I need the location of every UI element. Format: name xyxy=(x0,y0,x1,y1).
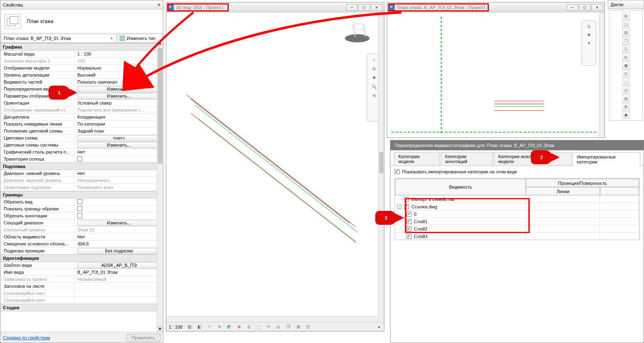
vg-tab[interactable]: Категории модели xyxy=(394,152,440,166)
group-header[interactable]: Подложка⌃ xyxy=(0,163,163,170)
property-value[interactable]: Нет xyxy=(74,233,163,240)
vg-row[interactable]: Слой3 xyxy=(395,232,639,240)
sb-icon-1[interactable]: ▥ xyxy=(187,324,193,330)
dock-tool-1[interactable]: ⊞ xyxy=(622,12,630,20)
value-button[interactable]: <нет> xyxy=(77,135,160,141)
canvas-scrollbar-h[interactable] xyxy=(166,316,378,322)
sb-icon-4[interactable]: ✺ xyxy=(216,324,222,330)
maximize-button[interactable]: ▢ xyxy=(358,4,370,11)
value-button[interactable]: Без подрезки xyxy=(77,248,160,254)
nav2d-zoom-icon[interactable]: ▾ xyxy=(586,40,592,46)
value-checkbox[interactable] xyxy=(77,213,82,218)
vg-row[interactable]: -Ссылка.dwg xyxy=(395,203,639,210)
vg-cell-visibility[interactable]: Слой1 xyxy=(395,218,526,225)
dock-tool-11[interactable]: ▥ xyxy=(622,95,630,102)
dock-tool-9[interactable]: ⬚ xyxy=(622,78,630,86)
property-value[interactable]: Изменить... xyxy=(74,86,163,92)
property-value[interactable]: Условный север xyxy=(74,100,163,106)
property-value[interactable] xyxy=(74,198,163,205)
dock-tool-6[interactable]: ⊟ xyxy=(622,54,630,61)
sb-icon-8[interactable]: ⬚ xyxy=(256,324,262,330)
dock-tool-7[interactable]: ▦ xyxy=(622,62,630,69)
vg-cell-lines[interactable] xyxy=(526,233,600,240)
pan-icon[interactable]: ✥ xyxy=(371,75,377,80)
vg-cell-visibility[interactable]: 0 xyxy=(395,210,526,217)
sb-icon-2[interactable]: ◧ xyxy=(197,324,202,330)
vg-cell-extra[interactable] xyxy=(600,210,639,217)
sb-icon-13[interactable]: ☷ xyxy=(305,324,311,330)
close-icon[interactable]: × xyxy=(157,2,160,8)
property-value[interactable] xyxy=(74,212,163,219)
sb-icon-10[interactable]: ◍ xyxy=(276,324,281,330)
value-button[interactable]: ADSK_АР_В_ПЭ xyxy=(77,262,160,268)
vg-tab[interactable]: Импортированные категории xyxy=(572,152,640,166)
property-value[interactable]: Неограниченно xyxy=(74,177,163,184)
property-value[interactable]: Изменить... xyxy=(74,219,163,226)
sb-icon-6[interactable]: ⊗ xyxy=(236,324,242,330)
vg-cell-visibility[interactable]: Импорт в семейства xyxy=(395,196,526,203)
nav2d-pan-icon[interactable]: ✥ xyxy=(586,32,592,37)
property-value[interactable]: Нормально xyxy=(74,65,163,71)
property-value[interactable]: <нет> xyxy=(74,135,163,141)
vg-cell-lines[interactable] xyxy=(526,210,600,217)
fullnav-icon[interactable]: ⌂ xyxy=(371,56,377,62)
view-plan-titlebar[interactable]: План этажа: В_АР_ПЭ_01 Этаж - Проект1 — … xyxy=(387,2,604,12)
zoom-icon[interactable]: 🔍 xyxy=(371,84,377,89)
vg-row-checkbox[interactable] xyxy=(407,219,412,224)
tree-expand-icon[interactable]: - xyxy=(398,205,402,209)
dock-tool-13[interactable]: ▣ xyxy=(622,111,630,119)
vg-show-checkbox[interactable] xyxy=(395,169,400,174)
vg-cell-lines[interactable] xyxy=(526,225,600,232)
property-value[interactable]: Изменить... xyxy=(74,142,163,148)
scrollbar-vertical[interactable]: ▴ ▾ xyxy=(157,40,163,332)
scroll-up-icon[interactable]: ▴ xyxy=(157,40,163,46)
vg-row-checkbox[interactable] xyxy=(407,212,412,217)
wheel-icon[interactable]: ◎ xyxy=(371,65,377,71)
minimize-button[interactable]: — xyxy=(346,4,358,11)
value-button[interactable]: Изменить... xyxy=(77,142,160,148)
apply-button[interactable]: Применить xyxy=(126,334,160,341)
vg-cell-visibility[interactable]: Слой3 xyxy=(395,233,526,240)
viewcube-icon[interactable] xyxy=(343,16,372,44)
vg-row-checkbox[interactable] xyxy=(407,226,412,231)
dock-tool-4[interactable]: ❐ xyxy=(622,37,630,44)
property-value[interactable] xyxy=(74,205,163,212)
nav2d-icon[interactable]: ② xyxy=(586,23,592,29)
vg-cell-extra[interactable] xyxy=(600,218,639,225)
canvas-scroll-thumb[interactable] xyxy=(379,152,383,173)
scroll-down-icon[interactable]: ▾ xyxy=(157,326,163,332)
view-3d-canvas[interactable]: ⌂ ◎ ✥ 🔍 ⟲ xyxy=(166,12,384,322)
sb-icon-11[interactable]: ❐ xyxy=(286,324,291,330)
property-value[interactable]: Координация xyxy=(74,114,163,120)
vg-row-checkbox[interactable] xyxy=(404,197,409,202)
property-value[interactable]: Без подрезки xyxy=(74,247,163,254)
property-value[interactable]: Задний план xyxy=(74,128,163,134)
dock-tool-3[interactable]: ▤ xyxy=(622,29,630,36)
property-value[interactable]: По категории xyxy=(74,121,163,127)
property-value[interactable] xyxy=(74,297,163,303)
vg-cell-visibility[interactable]: Слой2 xyxy=(395,225,526,232)
close-button[interactable]: ✕ xyxy=(371,4,382,11)
canvas-scrollbar-v[interactable] xyxy=(378,12,384,322)
property-value[interactable] xyxy=(74,290,163,296)
vg-row-checkbox[interactable] xyxy=(404,204,409,209)
property-value[interactable] xyxy=(74,283,163,289)
edit-type-button[interactable]: Изменить тип xyxy=(117,34,163,43)
orbit-icon[interactable]: ⟲ xyxy=(371,93,377,98)
property-value[interactable]: 100 xyxy=(74,58,163,64)
maximize-button[interactable]: ▢ xyxy=(579,4,591,11)
vg-cell-extra[interactable] xyxy=(600,233,639,240)
sb-icon-5[interactable]: ◩ xyxy=(226,324,232,330)
vg-row[interactable]: 0 xyxy=(395,210,639,217)
property-value[interactable]: 304,8 xyxy=(74,240,163,247)
sb-icon-9[interactable]: ✂ xyxy=(266,324,272,330)
vg-cell-extra[interactable] xyxy=(600,225,639,232)
sb-icon-12[interactable]: ⊞ xyxy=(295,324,301,330)
property-value[interactable]: Изменить... xyxy=(74,93,163,99)
vg-cell-lines[interactable] xyxy=(526,196,600,203)
property-value[interactable]: ADSK_АР_В_ПЭ xyxy=(74,262,163,268)
vg-row[interactable]: Слой2 xyxy=(395,225,639,232)
vg-tab[interactable]: Категории аналитической модели xyxy=(494,152,572,166)
sb-icon-3[interactable]: ☀ xyxy=(207,324,212,330)
vg-cell-visibility[interactable]: -Ссылка.dwg xyxy=(395,203,526,210)
